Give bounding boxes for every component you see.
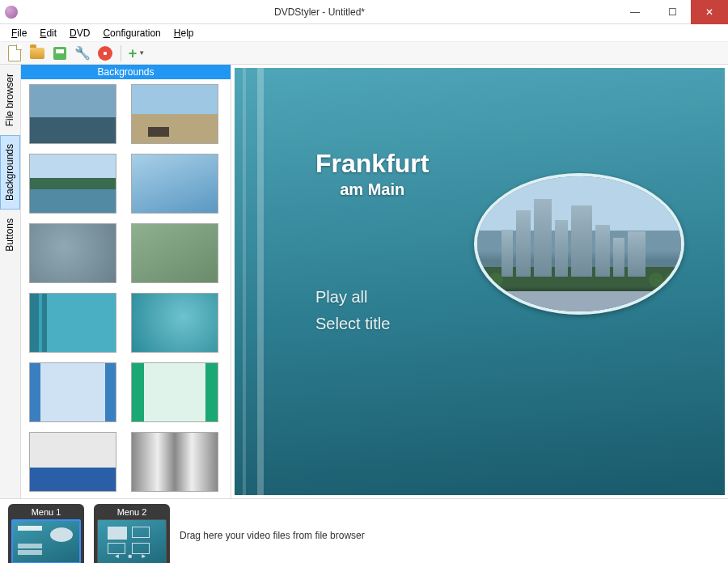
new-icon bbox=[8, 45, 21, 61]
background-thumb[interactable] bbox=[29, 362, 116, 422]
save-icon bbox=[53, 47, 66, 60]
background-thumb[interactable] bbox=[131, 223, 218, 283]
timeline-menu-2[interactable]: Menu 2 ◄ ■ ► bbox=[94, 504, 170, 564]
save-button[interactable] bbox=[50, 44, 70, 63]
background-thumb[interactable] bbox=[29, 84, 116, 144]
menu-title[interactable]: Frankfurt am Main bbox=[315, 149, 429, 199]
burn-button[interactable] bbox=[95, 44, 115, 63]
add-button[interactable]: +▼ bbox=[127, 44, 146, 63]
title-bar: DVDStyler - Untitled* — ☐ ✕ bbox=[0, 0, 728, 24]
chevron-down-icon: ▼ bbox=[138, 49, 145, 57]
background-thumb[interactable] bbox=[29, 154, 116, 214]
menu-edit[interactable]: Edit bbox=[33, 26, 63, 40]
app-icon bbox=[5, 6, 18, 19]
menu-preview[interactable]: Frankfurt am Main Play all Select title bbox=[235, 68, 725, 495]
timeline[interactable]: Menu 1 Menu 2 ◄ ■ ► Drag here your video… bbox=[0, 498, 728, 563]
menu-file[interactable]: File bbox=[5, 26, 33, 40]
city-image bbox=[477, 176, 681, 311]
open-button[interactable] bbox=[28, 44, 47, 63]
backgrounds-scroll[interactable] bbox=[21, 79, 231, 498]
background-thumb[interactable] bbox=[29, 293, 116, 353]
menu-help[interactable]: Help bbox=[167, 26, 201, 40]
plus-icon: + bbox=[129, 46, 138, 61]
menu-link-play-all[interactable]: Play all bbox=[315, 288, 390, 307]
backgrounds-panel: Backgrounds bbox=[21, 65, 231, 498]
settings-button[interactable]: 🔧 bbox=[73, 44, 92, 63]
background-thumb[interactable] bbox=[131, 84, 218, 144]
folder-icon bbox=[30, 48, 44, 59]
tab-buttons[interactable]: Buttons bbox=[0, 210, 20, 260]
background-thumb[interactable] bbox=[131, 432, 218, 492]
timeline-menu-preview bbox=[11, 519, 81, 564]
background-thumb[interactable] bbox=[29, 432, 116, 492]
timeline-menu-label: Menu 1 bbox=[11, 507, 81, 517]
background-thumb[interactable] bbox=[131, 154, 218, 214]
timeline-menu-label: Menu 2 bbox=[97, 507, 167, 517]
window-title: DVDStyler - Untitled* bbox=[23, 6, 616, 18]
minimize-button[interactable]: — bbox=[616, 0, 654, 24]
timeline-menu-preview: ◄ ■ ► bbox=[97, 519, 167, 564]
new-button[interactable] bbox=[5, 44, 24, 63]
preview-pane: Frankfurt am Main Play all Select title bbox=[231, 65, 728, 498]
tab-file-browser[interactable]: File browser bbox=[0, 65, 20, 135]
disc-icon bbox=[98, 46, 112, 61]
menu-bar: File Edit DVD Configuration Help bbox=[0, 24, 728, 42]
menu-link-select-title[interactable]: Select title bbox=[315, 315, 390, 333]
maximize-button[interactable]: ☐ bbox=[654, 0, 691, 24]
menu-dvd[interactable]: DVD bbox=[63, 26, 96, 40]
main-area: File browser Backgrounds Buttons Backgro… bbox=[0, 65, 728, 498]
tab-backgrounds[interactable]: Backgrounds bbox=[0, 135, 20, 210]
background-thumb[interactable] bbox=[29, 223, 116, 283]
panel-header: Backgrounds bbox=[21, 65, 231, 79]
toolbar: 🔧 +▼ bbox=[0, 42, 728, 65]
side-tabs: File browser Backgrounds Buttons bbox=[0, 65, 21, 498]
background-thumb[interactable] bbox=[131, 293, 218, 353]
menu-links: Play all Select title bbox=[315, 288, 390, 341]
wrench-icon: 🔧 bbox=[74, 45, 91, 61]
timeline-drop-hint: Drag here your video files from file bro… bbox=[180, 530, 365, 541]
timeline-menu-1[interactable]: Menu 1 bbox=[8, 504, 84, 564]
menu-subtitle[interactable]: am Main bbox=[315, 180, 429, 199]
toolbar-separator bbox=[121, 45, 121, 61]
close-button[interactable]: ✕ bbox=[691, 0, 728, 24]
background-thumb[interactable] bbox=[131, 362, 218, 422]
menu-image-frame[interactable] bbox=[474, 173, 684, 315]
backgrounds-grid bbox=[29, 84, 227, 492]
menu-configuration[interactable]: Configuration bbox=[96, 26, 167, 40]
